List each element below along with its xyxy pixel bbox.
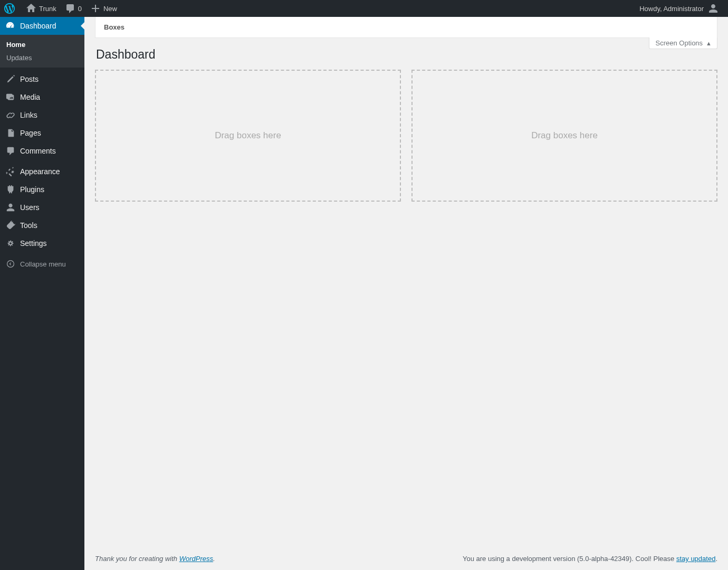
sidebar-item-links[interactable]: Links bbox=[0, 106, 84, 124]
sidebar-item-label: Posts bbox=[20, 75, 39, 83]
sidebar-item-dashboard[interactable]: Dashboard bbox=[0, 17, 84, 35]
comment-icon bbox=[65, 3, 75, 14]
sidebar-item-posts[interactable]: Posts bbox=[0, 70, 84, 88]
comments-menu[interactable]: 0 bbox=[61, 0, 86, 17]
appearance-icon bbox=[5, 166, 16, 177]
sidebar-item-label: Comments bbox=[20, 147, 56, 155]
main-content: Boxes Screen Options ▲ Dashboard Drag bo… bbox=[84, 17, 728, 570]
screen-meta-boxes-tab: Boxes bbox=[95, 17, 717, 38]
sidebar-item-label: Pages bbox=[20, 129, 41, 137]
my-account-menu[interactable]: Howdy, Administrator bbox=[635, 0, 723, 17]
admin-bar: Trunk 0 New Howdy, Administrator bbox=[0, 0, 728, 17]
sidebar-item-media[interactable]: Media bbox=[0, 88, 84, 106]
sidebar-item-label: Plugins bbox=[20, 185, 44, 194]
comments-count: 0 bbox=[78, 5, 82, 13]
screen-options-label: Screen Options bbox=[656, 39, 703, 47]
screen-options-button[interactable]: Screen Options ▲ bbox=[649, 37, 718, 49]
footer-thankyou: Thank you for creating with WordPress. bbox=[95, 555, 215, 563]
comments-icon bbox=[5, 146, 16, 156]
footer-version: You are using a development version (5.0… bbox=[463, 555, 717, 563]
sidebar-submenu-dashboard: Home Updates bbox=[0, 35, 84, 68]
sidebar-item-users[interactable]: Users bbox=[0, 198, 84, 216]
new-label: New bbox=[103, 5, 117, 13]
posts-icon bbox=[5, 74, 16, 84]
wp-logo-menu[interactable] bbox=[0, 0, 22, 17]
sidebar-item-label: Links bbox=[20, 111, 37, 119]
wordpress-icon bbox=[4, 3, 15, 14]
plus-icon bbox=[90, 3, 101, 14]
boxes-tab-label[interactable]: Boxes bbox=[95, 17, 133, 37]
media-icon bbox=[5, 92, 16, 102]
sidebar-item-label: Users bbox=[20, 203, 40, 212]
sidebar-item-comments[interactable]: Comments bbox=[0, 142, 84, 160]
users-icon bbox=[5, 202, 16, 213]
site-name-label: Trunk bbox=[39, 5, 56, 13]
caret-up-icon: ▲ bbox=[706, 40, 712, 46]
sidebar-item-label: Settings bbox=[20, 239, 47, 248]
meta-box-dropzone-left[interactable]: Drag boxes here bbox=[95, 70, 401, 202]
drag-placeholder-text: Drag boxes here bbox=[215, 130, 281, 141]
svg-point-0 bbox=[7, 261, 14, 268]
stay-updated-link[interactable]: stay updated bbox=[676, 555, 715, 563]
sidebar-item-label: Dashboard bbox=[20, 22, 56, 30]
links-icon bbox=[5, 110, 16, 120]
settings-icon bbox=[5, 238, 16, 249]
home-icon bbox=[26, 3, 36, 14]
sidebar-subitem-updates[interactable]: Updates bbox=[0, 51, 84, 64]
page-title: Dashboard bbox=[96, 48, 717, 62]
admin-sidebar: Dashboard Home Updates Posts Media Links… bbox=[0, 17, 84, 570]
admin-footer: Thank you for creating with WordPress. Y… bbox=[84, 547, 728, 570]
sidebar-subitem-home[interactable]: Home bbox=[0, 38, 84, 51]
drag-placeholder-text: Drag boxes here bbox=[531, 130, 598, 141]
collapse-icon bbox=[5, 259, 16, 269]
site-name-menu[interactable]: Trunk bbox=[22, 0, 61, 17]
sidebar-item-label: Media bbox=[20, 93, 40, 101]
user-icon bbox=[708, 3, 719, 14]
tools-icon bbox=[5, 220, 16, 231]
sidebar-item-tools[interactable]: Tools bbox=[0, 216, 84, 234]
wordpress-link[interactable]: WordPress bbox=[179, 555, 213, 563]
meta-box-dropzone-right[interactable]: Drag boxes here bbox=[411, 70, 717, 202]
collapse-label: Collapse menu bbox=[20, 260, 66, 268]
dashboard-icon bbox=[5, 21, 16, 31]
plugins-icon bbox=[5, 184, 16, 195]
sidebar-item-appearance[interactable]: Appearance bbox=[0, 163, 84, 180]
howdy-text: Howdy, Administrator bbox=[639, 5, 704, 13]
sidebar-item-label: Tools bbox=[20, 221, 37, 230]
sidebar-item-plugins[interactable]: Plugins bbox=[0, 180, 84, 198]
sidebar-item-label: Appearance bbox=[20, 167, 60, 176]
sidebar-item-pages[interactable]: Pages bbox=[0, 124, 84, 142]
meta-box-row: Drag boxes here Drag boxes here bbox=[95, 70, 717, 202]
collapse-menu-button[interactable]: Collapse menu bbox=[0, 254, 84, 273]
pages-icon bbox=[5, 128, 16, 138]
sidebar-item-settings[interactable]: Settings bbox=[0, 234, 84, 252]
new-content-menu[interactable]: New bbox=[86, 0, 121, 17]
